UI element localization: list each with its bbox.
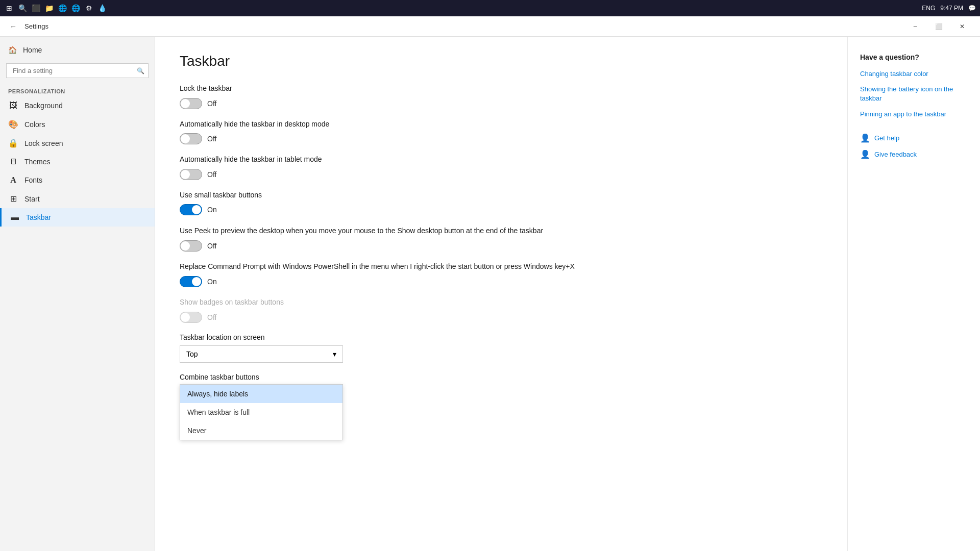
search-icon: 🔍 xyxy=(137,67,144,74)
back-button[interactable]: ← xyxy=(6,19,20,34)
peek-label: Use Peek to preview the desktop when you… xyxy=(180,226,823,236)
window-controls: – ⬜ ✕ xyxy=(903,16,974,37)
give-feedback-link[interactable]: Give feedback xyxy=(874,151,917,158)
help-divider xyxy=(860,125,968,133)
task-view-icon[interactable]: ⬛ xyxy=(31,3,41,13)
powershell-row: On xyxy=(180,276,823,287)
powershell-toggle[interactable] xyxy=(180,276,202,287)
sidebar-item-start[interactable]: ⊞ Start xyxy=(0,189,155,208)
sidebar-fonts-label: Fonts xyxy=(24,176,42,184)
location-dropdown[interactable]: Top ▾ xyxy=(180,345,343,363)
badges-toggle xyxy=(180,312,202,323)
hide-tablet-toggle[interactable] xyxy=(180,169,202,180)
badges-section: Show badges on taskbar buttons Off xyxy=(180,297,823,323)
fonts-icon: A xyxy=(8,176,18,185)
lock-icon: 🔒 xyxy=(8,138,18,148)
sidebar-section-title: Personalization xyxy=(0,82,155,96)
search-icon[interactable]: 🔍 xyxy=(17,3,28,13)
lock-taskbar-section: Lock the taskbar Off xyxy=(180,84,823,109)
peek-section: Use Peek to preview the desktop when you… xyxy=(180,226,823,252)
minimize-button[interactable]: – xyxy=(903,16,927,37)
sidebar-home[interactable]: 🏠 Home xyxy=(0,41,155,59)
sidebar-item-colors[interactable]: 🎨 Colors xyxy=(0,115,155,134)
language-indicator: ENG xyxy=(922,5,935,12)
combine-section: Combine taskbar buttons Always, hide lab… xyxy=(180,373,823,440)
sidebar-item-lock-screen[interactable]: 🔒 Lock screen xyxy=(0,134,155,153)
hide-tablet-section: Automatically hide the taskbar in tablet… xyxy=(180,155,823,180)
search-input[interactable] xyxy=(6,63,149,78)
peek-state: Off xyxy=(207,242,216,250)
help-link-pin[interactable]: Pinning an app to the taskbar xyxy=(860,110,968,119)
give-feedback-icon: 👤 xyxy=(860,149,870,160)
explorer-icon[interactable]: 📁 xyxy=(44,3,54,13)
sidebar-item-background[interactable]: 🖼 Background xyxy=(0,96,155,115)
give-feedback-action: 👤 Give feedback xyxy=(860,149,968,160)
small-buttons-row: On xyxy=(180,204,823,215)
sidebar-lock-label: Lock screen xyxy=(24,139,63,147)
home-label: Home xyxy=(23,46,42,54)
badges-row: Off xyxy=(180,312,823,323)
powershell-state: On xyxy=(207,278,217,286)
clock: 9:47 PM xyxy=(940,5,963,12)
win-taskbar: ⊞ 🔍 ⬛ 📁 🌐 🌐 ⚙ 💧 ENG 9:47 PM 💬 xyxy=(0,0,980,16)
lock-taskbar-label: Lock the taskbar xyxy=(180,84,823,94)
themes-icon: 🖥 xyxy=(8,157,18,166)
badges-state: Off xyxy=(207,313,216,321)
small-buttons-label: Use small taskbar buttons xyxy=(180,190,823,201)
help-link-color[interactable]: Changing taskbar color xyxy=(860,69,968,79)
powershell-section: Replace Command Prompt with Windows Powe… xyxy=(180,262,823,287)
small-buttons-state: On xyxy=(207,206,217,214)
home-icon: 🏠 xyxy=(8,46,17,54)
combine-option-never[interactable]: Never xyxy=(180,421,342,440)
edge-icon[interactable]: 🌐 xyxy=(57,3,67,13)
combine-label: Combine taskbar buttons xyxy=(180,373,823,381)
main-content: Taskbar Lock the taskbar Off Automatical… xyxy=(155,37,847,551)
window-title: Settings xyxy=(24,22,48,30)
sidebar-item-themes[interactable]: 🖥 Themes xyxy=(0,153,155,171)
notification-icon[interactable]: 💬 xyxy=(968,5,976,12)
maximize-button[interactable]: ⬜ xyxy=(927,16,950,37)
hide-tablet-row: Off xyxy=(180,169,823,180)
right-panel: Have a question? Changing taskbar color … xyxy=(847,37,980,551)
settings-icon[interactable]: ⚙ xyxy=(84,3,94,13)
location-label: Taskbar location on screen xyxy=(180,333,823,341)
small-buttons-section: Use small taskbar buttons On xyxy=(180,190,823,216)
combine-dropdown-popup: Always, hide labels When taskbar is full… xyxy=(180,384,343,440)
location-value: Top xyxy=(186,350,198,358)
taskbar-right: ENG 9:47 PM 💬 xyxy=(922,5,976,12)
sidebar-colors-label: Colors xyxy=(24,120,45,129)
sidebar-item-taskbar[interactable]: ▬ Taskbar xyxy=(0,208,155,227)
sidebar-taskbar-label: Taskbar xyxy=(26,213,51,221)
badges-label: Show badges on taskbar buttons xyxy=(180,297,823,308)
sidebar-item-fonts[interactable]: A Fonts xyxy=(0,171,155,189)
page-title: Taskbar xyxy=(180,53,823,69)
close-button[interactable]: ✕ xyxy=(950,16,974,37)
combine-option-full[interactable]: When taskbar is full xyxy=(180,403,342,421)
lock-taskbar-row: Off xyxy=(180,98,823,109)
help-link-battery[interactable]: Showing the battery icon on the taskbar xyxy=(860,85,968,103)
sidebar-search-container: 🔍 xyxy=(6,63,149,78)
small-buttons-toggle[interactable] xyxy=(180,204,202,215)
sidebar-themes-label: Themes xyxy=(24,158,51,166)
combine-option-always[interactable]: Always, hide labels xyxy=(180,385,342,403)
lock-taskbar-toggle[interactable] xyxy=(180,98,202,109)
peek-toggle[interactable] xyxy=(180,240,202,252)
hide-desktop-state: Off xyxy=(207,135,216,143)
start-icon[interactable]: ⊞ xyxy=(4,3,14,13)
hide-desktop-section: Automatically hide the taskbar in deskto… xyxy=(180,119,823,145)
app-icon[interactable]: 💧 xyxy=(97,3,107,13)
taskbar-nav-icon: ▬ xyxy=(10,213,20,222)
background-icon: 🖼 xyxy=(8,101,18,110)
start-menu-icon: ⊞ xyxy=(8,194,18,204)
get-help-action: 👤 Get help xyxy=(860,133,968,143)
hide-tablet-label: Automatically hide the taskbar in tablet… xyxy=(180,155,823,165)
hide-desktop-toggle[interactable] xyxy=(180,133,202,144)
chrome-icon[interactable]: 🌐 xyxy=(70,3,81,13)
title-bar: ← Settings – ⬜ ✕ xyxy=(0,16,980,37)
lock-taskbar-state: Off xyxy=(207,99,216,108)
sidebar-background-label: Background xyxy=(24,102,63,110)
colors-icon: 🎨 xyxy=(8,119,18,129)
settings-window: ← Settings – ⬜ ✕ 🏠 Home 🔍 Personalizatio… xyxy=(0,16,980,551)
hide-tablet-state: Off xyxy=(207,170,216,179)
get-help-link[interactable]: Get help xyxy=(874,134,899,142)
